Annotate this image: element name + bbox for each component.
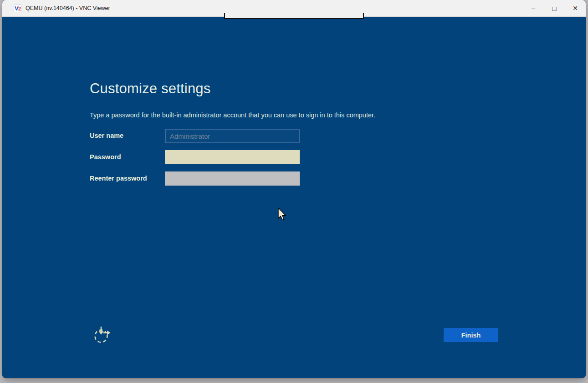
username-label: User name <box>90 132 123 139</box>
window-title: QEMU (nv.140464) - VNC Viewer <box>26 5 110 11</box>
password-label: Password <box>90 153 121 161</box>
minimize-icon: – <box>532 5 535 12</box>
desktop: { "colors": { "desktop_bg": "#bdbbbe", "… <box>0 0 588 383</box>
vnc-logo-2: 2 <box>18 5 21 12</box>
minimize-button[interactable]: – <box>523 0 544 16</box>
ease-of-access-icon <box>92 324 112 345</box>
titlebar-left: V 2 QEMU (nv.140464) - VNC Viewer <box>2 5 523 12</box>
reenter-password-input[interactable] <box>165 171 300 186</box>
window-controls: – □ ✕ <box>523 0 586 16</box>
maximize-button[interactable]: □ <box>544 0 565 16</box>
close-icon: ✕ <box>573 5 578 12</box>
close-button[interactable]: ✕ <box>565 0 586 16</box>
vnc-app-icon: V 2 <box>14 5 21 12</box>
vnc-collapsed-toolbar-tab[interactable] <box>224 13 364 19</box>
mouse-cursor-icon <box>278 208 287 222</box>
reenter-password-label: Reenter password <box>90 175 147 182</box>
page-subtitle: Type a password for the built-in adminis… <box>90 111 375 119</box>
remote-screen-oobe: Customize settings Type a password for t… <box>2 17 586 378</box>
page-title: Customize settings <box>90 81 210 97</box>
finish-button[interactable]: Finish <box>444 328 498 342</box>
vnc-viewer-window: V 2 QEMU (nv.140464) - VNC Viewer – □ ✕ … <box>2 0 586 378</box>
password-input[interactable] <box>165 150 300 164</box>
ease-of-access-button[interactable] <box>92 324 112 345</box>
username-input[interactable] <box>165 129 300 143</box>
maximize-icon: □ <box>552 5 556 12</box>
